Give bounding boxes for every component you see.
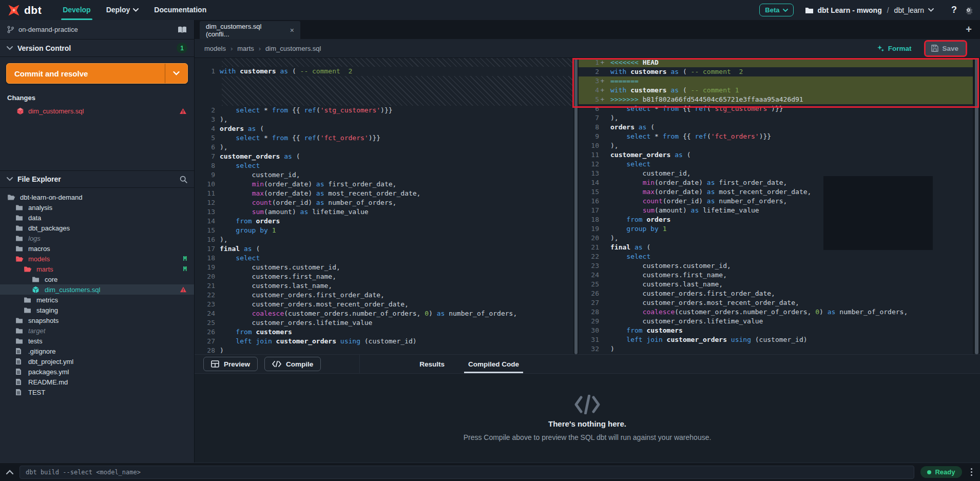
code-line[interactable]: 27 customer_orders.most_recent_order_dat… xyxy=(579,298,973,307)
project-switcher[interactable]: dbt Learn - mwong / dbt_learn xyxy=(805,6,934,14)
chevron-up-icon[interactable] xyxy=(6,470,13,474)
code-line[interactable]: 18 select xyxy=(195,254,573,263)
code-line[interactable]: 14 from orders xyxy=(195,217,573,226)
code-line[interactable]: 3+======= xyxy=(579,76,973,86)
commit-and-resolve-button[interactable]: Commit and resolve xyxy=(6,63,188,84)
code-line[interactable]: 25 customer_orders.lifetime_value xyxy=(195,318,573,328)
tree-item-test[interactable]: TEST xyxy=(0,387,194,397)
tree-item-target[interactable]: target xyxy=(0,325,194,336)
branch-selector[interactable]: on-demand-practice xyxy=(0,20,194,40)
command-input[interactable]: dbt build --select <model_name> xyxy=(20,466,914,479)
editor-scrollbar[interactable] xyxy=(973,58,980,354)
tab-close-icon[interactable]: × xyxy=(290,26,294,34)
code-line[interactable]: 26 from customers xyxy=(195,328,573,337)
tree-item-dbt-learn-on-demand[interactable]: dbt-learn-on-demand xyxy=(0,192,194,202)
code-line[interactable]: 22 customer_orders.first_order_date, xyxy=(195,291,573,300)
commit-options-chevron[interactable] xyxy=(165,64,187,83)
code-line[interactable]: 10 min(order_date) as first_order_date, xyxy=(195,180,573,189)
code-line[interactable]: 29 customer_orders.lifetime_value xyxy=(579,317,973,326)
code-line[interactable]: 25 customers.last_name, xyxy=(579,280,973,289)
code-line[interactable]: 8 select xyxy=(195,161,573,170)
code-line[interactable]: 28 coalesce(customer_orders.number_of_or… xyxy=(579,307,973,317)
code-line[interactable]: 20 customers.first_name, xyxy=(195,272,573,281)
version-control-header[interactable]: Version Control 1 xyxy=(0,40,194,57)
code-line[interactable]: 1with customers as ( -- comment 2 xyxy=(195,67,573,76)
docs-book-icon[interactable] xyxy=(178,26,187,33)
code-line[interactable]: 23 customers.customer_id, xyxy=(579,261,973,271)
code-line[interactable]: 19 customers.customer_id, xyxy=(195,263,573,272)
code-line[interactable]: 15 group by 1 xyxy=(195,226,573,235)
code-line[interactable]: 22 select xyxy=(579,252,973,261)
kebab-menu-icon[interactable] xyxy=(969,467,974,478)
code-line[interactable]: 30 from customers xyxy=(579,326,973,335)
format-button[interactable]: Format xyxy=(877,45,912,52)
tree-item-metrics[interactable]: metrics xyxy=(0,295,194,305)
code-line[interactable]: 9 select * from {{ ref('fct_orders')}} xyxy=(579,132,973,141)
tab-dim-customers[interactable]: dim_customers.sql (confli... × xyxy=(200,21,300,39)
breadcrumb-models[interactable]: models xyxy=(204,45,226,52)
code-line[interactable]: 1+<<<<<<< HEAD xyxy=(579,58,973,67)
code-line[interactable]: 31 left join customer_orders using (cust… xyxy=(579,335,973,344)
code-line[interactable]: 7), xyxy=(579,113,973,123)
code-line[interactable]: 10), xyxy=(579,141,973,150)
pane-scrollbar[interactable] xyxy=(573,58,579,354)
tab-compiled-code[interactable]: Compiled Code xyxy=(468,355,519,373)
tree-item-snapshots[interactable]: snapshots xyxy=(0,315,194,325)
help-icon[interactable]: ? xyxy=(951,5,957,15)
tree-item-logs[interactable]: logs xyxy=(0,233,194,243)
tree-item-staging[interactable]: staging xyxy=(0,305,194,315)
code-line[interactable]: 26 customer_orders.first_order_date, xyxy=(579,289,973,298)
code-line[interactable]: 4+with customers as ( -- comment 1 xyxy=(579,86,973,95)
tree-item-dbt-project-yml[interactable]: dbt_project.yml xyxy=(0,356,194,367)
file-explorer-header[interactable]: File Explorer xyxy=(0,170,194,188)
code-line[interactable]: 9 customer_id, xyxy=(195,170,573,180)
tree-item-tests[interactable]: tests xyxy=(0,336,194,346)
code-line[interactable]: 6), xyxy=(195,143,573,152)
code-line[interactable]: 6 select * from {{ ref('stg_customers')}… xyxy=(579,104,973,113)
code-line[interactable]: 8orders as ( xyxy=(579,123,973,132)
tree-item-macros[interactable]: macros xyxy=(0,243,194,254)
code-line[interactable]: 27 left join customer_orders using (cust… xyxy=(195,337,573,346)
tree-item-data[interactable]: data xyxy=(0,213,194,223)
breadcrumb-file[interactable]: dim_customers.sql xyxy=(265,45,321,52)
dbt-logo[interactable]: dbt xyxy=(7,4,42,17)
code-line[interactable]: 12 select xyxy=(579,160,973,169)
code-line[interactable]: 5 select * from {{ ref('fct_orders')}} xyxy=(195,133,573,143)
tree-item-core[interactable]: core xyxy=(0,274,194,284)
code-line[interactable]: 16), xyxy=(195,235,573,244)
code-line[interactable]: 21 customers.last_name, xyxy=(195,281,573,291)
code-line[interactable]: 2 select * from {{ ref('stg_customers')}… xyxy=(195,106,573,115)
code-line[interactable]: 32) xyxy=(579,344,973,354)
tree-item-packages-yml[interactable]: packages.yml xyxy=(0,367,194,377)
new-tab-button[interactable]: + xyxy=(966,24,972,35)
status-badge[interactable]: Ready xyxy=(920,466,962,478)
beta-dropdown[interactable]: Beta xyxy=(759,4,793,16)
code-line[interactable]: 4orders as ( xyxy=(195,124,573,133)
code-line[interactable]: 17final as ( xyxy=(195,244,573,254)
nav-deploy[interactable]: Deploy xyxy=(99,0,147,20)
search-icon[interactable] xyxy=(180,176,187,183)
breadcrumb-marts[interactable]: marts xyxy=(237,45,254,52)
code-line[interactable]: 24 coalesce(customer_orders.number_of_or… xyxy=(195,309,573,318)
code-line[interactable]: 5+>>>>>>> b81f802a66fd544504c65721e3ffaa… xyxy=(579,95,973,104)
tree-item-dbt-packages[interactable]: dbt_packages xyxy=(0,223,194,233)
gear-icon[interactable] xyxy=(964,6,973,14)
nav-develop[interactable]: Develop xyxy=(55,0,98,20)
code-editor-incoming[interactable]: 1+<<<<<<< HEAD2with customers as ( -- co… xyxy=(579,58,973,354)
tree-item-readme-md[interactable]: README.md xyxy=(0,377,194,387)
code-line[interactable]: 13 sum(amount) as lifetime_value xyxy=(195,207,573,217)
code-line[interactable]: 12 count(order_id) as number_of_orders, xyxy=(195,198,573,207)
code-line[interactable]: 2with customers as ( -- comment 2 xyxy=(579,67,973,76)
code-line[interactable]: 3), xyxy=(195,115,573,124)
tree-item--gitignore[interactable]: .gitignore xyxy=(0,346,194,356)
tree-item-dim-customers-sql[interactable]: dim_customers.sql xyxy=(0,284,194,295)
code-editor-current[interactable]: 1with customers as ( -- comment 22 selec… xyxy=(195,58,573,354)
preview-button[interactable]: Preview xyxy=(203,357,258,371)
tab-results[interactable]: Results xyxy=(419,355,445,373)
save-button[interactable]: Save xyxy=(926,42,966,55)
nav-documentation[interactable]: Documentation xyxy=(146,0,214,20)
code-line[interactable]: 24 customers.first_name, xyxy=(579,271,973,280)
tree-item-analysis[interactable]: analysis xyxy=(0,202,194,213)
code-line[interactable]: 7customer_orders as ( xyxy=(195,152,573,161)
tree-item-models[interactable]: modelsM xyxy=(0,254,194,264)
